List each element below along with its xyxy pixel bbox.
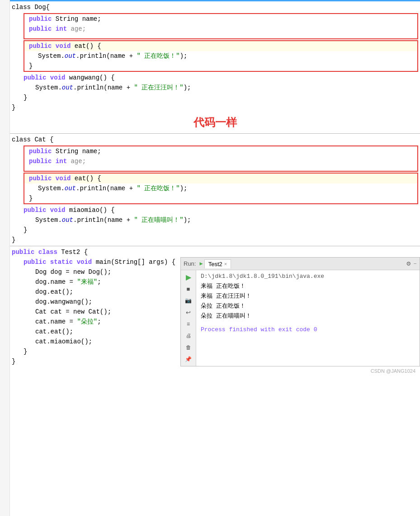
code-line: } xyxy=(10,235,420,245)
gutter-cell xyxy=(0,298,9,308)
keyword-token: public xyxy=(29,156,52,166)
code-token xyxy=(73,257,76,267)
run-header: Run: ▶ Test2 × ⚙ – xyxy=(181,258,420,270)
code-token xyxy=(34,247,38,257)
run-tab-close-button[interactable]: × xyxy=(224,261,227,267)
code-editor: class Dog{ public String name; public in… xyxy=(10,0,420,516)
code-line: class Dog{ xyxy=(10,2,420,12)
code-token xyxy=(52,41,55,51)
code-line: class Cat { xyxy=(10,135,420,145)
code-token: out xyxy=(65,183,76,193)
output-line-3: 朵拉 正在吃饭！ xyxy=(201,301,415,311)
code-token: ); xyxy=(184,215,191,225)
code-token: Cat cat = new Cat(); xyxy=(35,307,111,317)
run-play-button[interactable]: ▶ xyxy=(184,272,193,282)
run-toolbar: ▶ ■ 📷 ↩ ≡ 🖨 🗑 📌 xyxy=(181,270,196,366)
code-token: wangwang() { xyxy=(65,73,114,83)
code-token: String name; xyxy=(52,146,101,156)
code-token: .println(name + xyxy=(73,83,134,93)
gutter-cell xyxy=(0,278,9,288)
gutter-cell xyxy=(0,99,9,109)
main-container: class Dog{ public String name; public in… xyxy=(0,0,420,516)
code-token xyxy=(46,73,50,83)
cat-class-section: class Cat { public String name; public i… xyxy=(10,135,420,246)
gutter-cell xyxy=(0,457,9,467)
cat-fields-box: public String name; public int age; xyxy=(24,145,418,172)
string-token: " 正在喵喵叫！" xyxy=(134,215,183,225)
output-line-2: 来福 正在汪汪叫！ xyxy=(201,291,415,301)
keyword-token: void xyxy=(50,73,66,83)
code-line: public void miaomiao() { xyxy=(10,205,420,215)
run-pin-button[interactable]: 📌 xyxy=(184,354,193,364)
settings-icon[interactable]: ⚙ xyxy=(406,259,411,268)
run-panel-minimize[interactable]: – xyxy=(413,260,417,267)
code-line: public int age; xyxy=(24,24,417,34)
keyword-token: public xyxy=(24,205,46,215)
code-token: main(String[] args) { xyxy=(92,257,175,267)
output-line-4: 朵拉 正在喵喵叫！ xyxy=(201,311,415,321)
code-token: eat() { xyxy=(71,41,101,51)
code-token: out xyxy=(65,51,76,61)
run-tab[interactable]: Test2 × xyxy=(204,259,231,268)
gutter-cell xyxy=(0,199,9,209)
run-screenshot-button[interactable]: 📷 xyxy=(184,296,193,305)
cat-eat-box: public void eat() { System. out .println… xyxy=(24,173,418,204)
code-token: dog.eat(); xyxy=(35,287,73,297)
keyword-token: int xyxy=(56,156,67,166)
gutter-cell xyxy=(0,189,9,199)
gutter-cell xyxy=(0,0,9,10)
keyword-token: public xyxy=(29,146,52,156)
code-token: eat() { xyxy=(71,174,101,183)
code-token: System. xyxy=(35,83,62,93)
gutter-cell xyxy=(0,258,9,268)
code-token xyxy=(52,24,55,34)
gutter-cell xyxy=(0,318,9,328)
keyword-token: public xyxy=(29,24,52,34)
run-print-button[interactable]: 🖨 xyxy=(184,331,193,341)
run-sort-button[interactable]: ≡ xyxy=(184,319,193,329)
code-token: out xyxy=(62,83,73,93)
gutter-cell xyxy=(0,408,9,417)
output-spacer xyxy=(201,321,415,325)
keyword-token: void xyxy=(77,257,92,267)
top-accent-line xyxy=(10,0,420,1)
code-line: } xyxy=(10,225,420,235)
gutter-cell xyxy=(0,378,9,388)
code-token: ; xyxy=(97,277,101,287)
gutter-cell xyxy=(0,80,9,89)
string-token: " 正在吃饭！" xyxy=(137,51,179,61)
code-token: .println(name + xyxy=(76,183,137,193)
string-token: "朵拉" xyxy=(77,317,97,327)
run-trash-button[interactable]: 🗑 xyxy=(184,342,193,352)
keyword-token: public xyxy=(29,14,52,24)
code-token: } xyxy=(24,347,27,357)
play-icon: ▶ xyxy=(199,260,203,267)
string-token: " 正在吃饭！" xyxy=(137,183,179,193)
gutter-cell xyxy=(0,288,9,298)
section-divider xyxy=(10,133,420,134)
gutter-cell xyxy=(0,20,9,30)
code-token: out xyxy=(62,215,73,225)
code-token: } xyxy=(29,193,33,203)
output-finish-line: Process finished with exit code 0 xyxy=(201,325,415,335)
code-token: miaomiao() { xyxy=(65,205,114,215)
code-token: } xyxy=(24,93,27,103)
keyword-token: class xyxy=(38,247,57,257)
code-token: ; xyxy=(97,317,101,327)
code-token xyxy=(46,205,50,215)
gutter-cell xyxy=(0,487,9,497)
keyword-token: public xyxy=(24,257,46,267)
run-label: Run: xyxy=(184,260,196,267)
section-divider xyxy=(10,246,420,246)
code-token: } xyxy=(29,61,33,71)
gutter-cell xyxy=(0,159,9,169)
code-token: dog.name = xyxy=(35,277,77,287)
run-stop-button[interactable]: ■ xyxy=(184,284,193,294)
run-rerun-button[interactable]: ↩ xyxy=(184,307,193,317)
code-token: System. xyxy=(38,183,65,193)
code-token: } xyxy=(12,357,15,366)
keyword-token: public xyxy=(24,73,46,83)
code-token: class Cat { xyxy=(12,135,53,145)
code-token: age; xyxy=(67,156,86,166)
gutter-cell xyxy=(0,129,9,139)
